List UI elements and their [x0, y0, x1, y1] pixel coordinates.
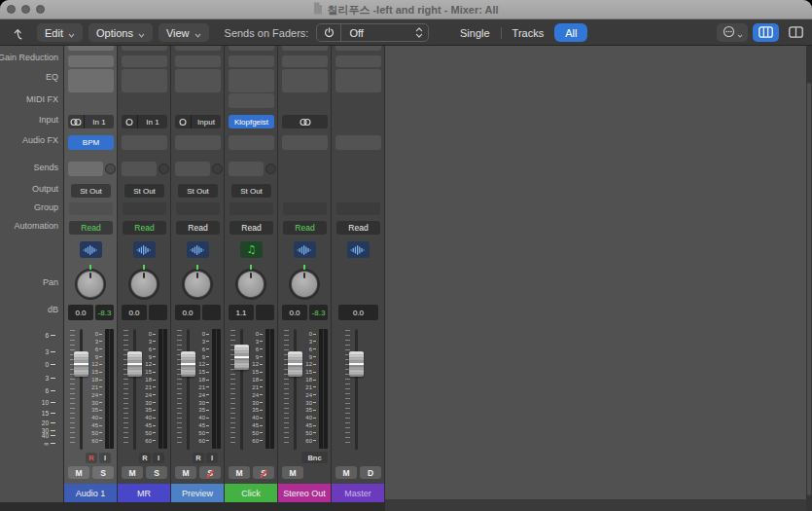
segment-all[interactable]: All: [554, 23, 587, 42]
automation-mode-button[interactable]: Read: [336, 221, 380, 235]
automation-mode-button[interactable]: Read: [283, 221, 327, 235]
input-button[interactable]: Input: [175, 115, 221, 128]
input-monitor-button[interactable]: I: [153, 453, 164, 463]
input-button[interactable]: In 1: [122, 115, 167, 128]
input-button[interactable]: [282, 115, 328, 128]
pan-knob[interactable]: [185, 272, 210, 297]
fader-handle[interactable]: [288, 351, 302, 377]
audio-fx-slot[interactable]: [335, 135, 381, 150]
audio-waveform-icon[interactable]: [80, 241, 102, 258]
audio-fx-slot[interactable]: [282, 135, 328, 150]
track-name-label[interactable]: MR: [118, 484, 170, 502]
audio-fx-slot[interactable]: [229, 135, 274, 150]
group-slot[interactable]: [123, 202, 166, 215]
dual-pane-view-button[interactable]: [784, 23, 808, 42]
track-name-label[interactable]: Click: [225, 484, 277, 502]
mute-button[interactable]: M: [335, 466, 357, 479]
audio-fx-slot[interactable]: [175, 135, 221, 150]
sends-on-faders-popup[interactable]: Off: [341, 27, 415, 39]
peak-level-display[interactable]: -8.3: [309, 305, 328, 320]
track-name-label[interactable]: Preview: [171, 484, 224, 502]
mute-button[interactable]: M: [282, 466, 303, 479]
automation-mode-button[interactable]: Read: [229, 221, 273, 235]
audio-waveform-icon[interactable]: [133, 241, 156, 258]
mute-button[interactable]: M: [229, 466, 250, 479]
volume-db-display[interactable]: 0.0: [282, 305, 307, 320]
volume-db-display[interactable]: 0.0: [338, 305, 378, 320]
group-slot[interactable]: [336, 202, 380, 215]
send-slot[interactable]: [175, 162, 210, 176]
audio-waveform-icon[interactable]: [294, 241, 316, 258]
gain-reduction-slot[interactable]: [122, 55, 167, 67]
segment-single[interactable]: Single: [449, 23, 501, 42]
send-level-knob[interactable]: [265, 164, 276, 174]
eq-slot[interactable]: [282, 69, 328, 92]
automation-mode-button[interactable]: Read: [69, 221, 113, 235]
fader-track[interactable]: [80, 329, 83, 450]
options-menu[interactable]: Options: [88, 23, 153, 42]
automation-mode-button[interactable]: Read: [123, 221, 166, 235]
eq-slot[interactable]: [335, 69, 381, 92]
channel-setting-slot[interactable]: [175, 46, 221, 51]
mute-button[interactable]: M: [122, 466, 143, 479]
segment-tracks[interactable]: Tracks: [502, 23, 555, 42]
record-enable-button[interactable]: R: [86, 453, 97, 463]
input-monitor-button[interactable]: I: [99, 453, 111, 463]
output-button[interactable]: St Out: [231, 184, 271, 198]
volume-db-display[interactable]: 0.0: [122, 305, 147, 320]
send-level-knob[interactable]: [159, 164, 169, 174]
send-level-knob[interactable]: [212, 164, 223, 174]
fader-handle[interactable]: [127, 351, 142, 377]
gain-reduction-slot[interactable]: [282, 55, 328, 67]
group-slot[interactable]: [176, 202, 220, 215]
input-button[interactable]: In 1: [68, 115, 114, 128]
pan-knob[interactable]: [78, 272, 103, 297]
group-slot[interactable]: [69, 202, 113, 215]
peak-level-display[interactable]: [149, 305, 167, 320]
peak-level-display[interactable]: -8.3: [95, 305, 114, 320]
gain-reduction-slot[interactable]: [175, 55, 221, 67]
solo-button[interactable]: S: [92, 466, 114, 479]
send-level-knob[interactable]: [105, 164, 116, 174]
group-slot[interactable]: [229, 202, 273, 215]
pan-knob[interactable]: [238, 272, 264, 297]
fader-track[interactable]: [187, 329, 190, 450]
fader-handle[interactable]: [181, 351, 195, 377]
gain-reduction-slot[interactable]: [229, 55, 274, 67]
action-menu-button[interactable]: [717, 23, 748, 42]
solo-button[interactable]: S: [253, 466, 274, 479]
power-icon[interactable]: [317, 24, 341, 41]
eq-slot[interactable]: [68, 69, 114, 92]
mute-button[interactable]: M: [68, 466, 89, 479]
track-name-label[interactable]: Master: [332, 484, 384, 502]
eq-slot[interactable]: [229, 69, 274, 92]
popup-stepper-icon[interactable]: [415, 26, 428, 39]
track-name-label[interactable]: Stereo Out: [278, 484, 331, 502]
automation-mode-button[interactable]: Read: [176, 221, 220, 235]
pan-knob[interactable]: [131, 272, 157, 297]
track-name-label[interactable]: Audio 1: [64, 484, 117, 502]
group-slot[interactable]: [283, 202, 327, 215]
channel-setting-slot[interactable]: [282, 46, 328, 51]
gain-reduction-slot[interactable]: [68, 55, 114, 67]
edit-menu[interactable]: Edit: [37, 23, 83, 42]
dim-button[interactable]: D: [360, 466, 381, 479]
single-mixer-view-button[interactable]: [753, 23, 779, 42]
fader-track[interactable]: [355, 329, 358, 450]
output-button[interactable]: St Out: [71, 184, 111, 198]
audio-waveform-icon[interactable]: [347, 241, 370, 258]
fader-handle[interactable]: [234, 345, 249, 370]
channel-setting-slot[interactable]: [122, 46, 167, 51]
pan-knob[interactable]: [292, 272, 317, 297]
audio-fx-slot[interactable]: [122, 135, 167, 150]
fader-handle[interactable]: [349, 351, 364, 377]
audio-fx-button[interactable]: BPM: [68, 135, 114, 150]
input-monitor-button[interactable]: I: [206, 453, 218, 463]
send-slot[interactable]: [68, 162, 103, 176]
input-button[interactable]: Klopfgeist: [229, 115, 274, 128]
record-enable-button[interactable]: R: [139, 453, 151, 463]
eq-slot[interactable]: [175, 69, 221, 92]
scrollbar-thumb[interactable]: [807, 83, 811, 495]
solo-button[interactable]: S: [199, 466, 221, 479]
audio-waveform-icon[interactable]: [187, 241, 209, 258]
